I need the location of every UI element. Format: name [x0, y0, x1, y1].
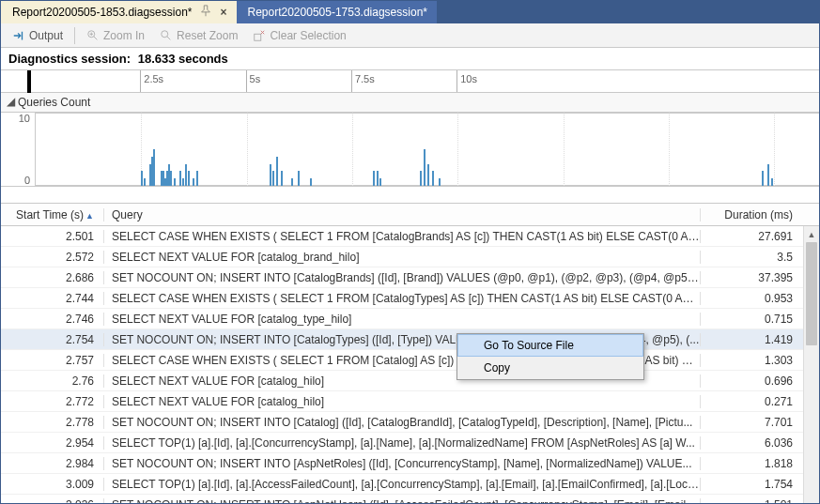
cell-start: 2.757: [1, 354, 104, 367]
collapse-icon[interactable]: ◢: [7, 95, 15, 108]
cell-duration: 1.419: [701, 333, 819, 346]
close-icon[interactable]: ×: [220, 6, 226, 19]
timeline-ruler[interactable]: 2.5s5s7.5s10s: [1, 70, 819, 93]
cell-start: 3.036: [1, 498, 104, 505]
table-body: ▲ ▼ 2.501SELECT CASE WHEN EXISTS ( SELEC…: [1, 226, 819, 504]
svg-rect-2: [255, 34, 261, 40]
output-label: Output: [29, 29, 63, 42]
chart-title-row[interactable]: ◢Queries Count: [1, 93, 819, 113]
y-axis: 10 0: [1, 113, 35, 186]
zoom-in-icon: [86, 29, 100, 42]
chart-bar: [174, 178, 176, 186]
col-header-duration[interactable]: Duration (ms): [701, 208, 819, 221]
table-row[interactable]: 2.744SELECT CASE WHEN EXISTS ( SELECT 1 …: [1, 288, 819, 309]
cell-start: 2.954: [1, 436, 104, 450]
chart-bar: [427, 164, 429, 186]
cell-start: 2.501: [1, 230, 104, 243]
chart-bar: [196, 171, 198, 186]
cell-query: SET NOCOUNT ON; INSERT INTO [AspNetRoles…: [104, 457, 701, 470]
cell-duration: 0.271: [701, 395, 819, 408]
menu-copy[interactable]: Copy: [457, 357, 643, 379]
scroll-track[interactable]: [804, 242, 819, 501]
table-row[interactable]: 2.686SET NOCOUNT ON; INSERT INTO [Catalo…: [1, 267, 819, 288]
cell-start: 2.772: [1, 395, 104, 408]
cell-duration: 6.036: [701, 436, 819, 450]
session-value: 18.633 seconds: [138, 52, 228, 66]
clear-selection-label: Clear Selection: [270, 29, 346, 42]
clear-selection-icon: [253, 29, 266, 42]
cell-query: SELECT TOP(1) [a].[Id], [a].[AccessFaile…: [104, 478, 701, 491]
toolbar-separator: [74, 27, 75, 44]
chart-bar: [373, 171, 375, 186]
cell-query: SET NOCOUNT ON; INSERT INTO [CatalogBran…: [104, 271, 701, 284]
menu-goto-source[interactable]: Go To Source File: [457, 334, 643, 357]
table-row[interactable]: 2.754SET NOCOUNT ON; INSERT INTO [Catalo…: [1, 329, 819, 350]
table-row[interactable]: 2.778SET NOCOUNT ON; INSERT INTO [Catalo…: [1, 412, 819, 433]
table-header: Start Time (s)▲ Query Duration (ms): [1, 204, 819, 226]
cell-duration: 1.303: [701, 354, 819, 367]
scroll-up-icon[interactable]: ▲: [804, 226, 819, 242]
chart-bar: [420, 171, 422, 186]
toolbar: Output Zoom In Reset Zoom Clear Selectio…: [1, 23, 819, 48]
col-header-query[interactable]: Query: [104, 208, 701, 221]
chart-bar: [432, 171, 434, 186]
chart-bar: [153, 149, 155, 186]
cell-start: 2.754: [1, 333, 104, 346]
chart-plot[interactable]: [35, 113, 819, 186]
output-button[interactable]: Output: [7, 27, 69, 44]
chart-bar: [272, 171, 274, 186]
chart-bar: [762, 171, 764, 186]
cell-start: 2.686: [1, 271, 104, 284]
spacer: [1, 187, 819, 204]
cell-start: 2.76: [1, 374, 104, 388]
clear-selection-button[interactable]: Clear Selection: [247, 27, 351, 44]
cell-start: 2.984: [1, 457, 104, 470]
reset-zoom-button[interactable]: Reset Zoom: [154, 27, 243, 44]
ruler-tick: 7.5s: [351, 70, 375, 92]
cell-duration: 3.5: [701, 251, 819, 264]
scroll-thumb[interactable]: [806, 242, 817, 345]
table-row[interactable]: 3.009SELECT TOP(1) [a].[Id], [a].[Access…: [1, 474, 819, 495]
table-row[interactable]: 2.984SET NOCOUNT ON; INSERT INTO [AspNet…: [1, 453, 819, 474]
table-row[interactable]: 2.501SELECT CASE WHEN EXISTS ( SELECT 1 …: [1, 226, 819, 247]
vertical-scrollbar[interactable]: ▲ ▼: [803, 226, 819, 504]
chart-bar: [291, 178, 293, 186]
tab-inactive-label: Report20200505-1753.diagsession*: [248, 6, 427, 19]
table-row[interactable]: 2.772SELECT NEXT VALUE FOR [catalog_hilo…: [1, 391, 819, 412]
cell-duration: 27.691: [701, 230, 819, 243]
cell-query: SELECT CASE WHEN EXISTS ( SELECT 1 FROM …: [104, 230, 701, 243]
table-row[interactable]: 2.757SELECT CASE WHEN EXISTS ( SELECT 1 …: [1, 350, 819, 371]
ruler-tick: 5s: [246, 70, 261, 92]
table-row[interactable]: 2.746SELECT NEXT VALUE FOR [catalog_type…: [1, 309, 819, 329]
pin-icon[interactable]: [199, 5, 212, 21]
cell-query: SELECT NEXT VALUE FOR [catalog_hilo]: [104, 395, 701, 408]
chart-bar: [144, 178, 146, 186]
cell-duration: 7.701: [701, 416, 819, 429]
cell-duration: 0.715: [701, 313, 819, 326]
zoom-in-button[interactable]: Zoom In: [81, 27, 150, 44]
chart-title: Queries Count: [18, 96, 90, 109]
chart-bar: [424, 149, 425, 186]
chart-bar: [188, 171, 190, 186]
table-row[interactable]: 3.036SET NOCOUNT ON; INSERT INTO [AspNet…: [1, 495, 819, 504]
cell-query: SET NOCOUNT ON; INSERT INTO [AspNetUsers…: [104, 498, 701, 505]
cell-start: 2.778: [1, 416, 104, 429]
table-row[interactable]: 2.572SELECT NEXT VALUE FOR [catalog_bran…: [1, 247, 819, 267]
cell-duration: 37.395: [701, 271, 819, 284]
chart-bar: [379, 178, 381, 186]
col-header-start[interactable]: Start Time (s)▲: [1, 208, 104, 221]
y-tick-bottom: 0: [24, 175, 30, 186]
chart-bar: [439, 178, 441, 186]
reset-zoom-label: Reset Zoom: [177, 29, 238, 42]
tab-inactive[interactable]: Report20200505-1753.diagsession*: [237, 1, 437, 23]
chart-body[interactable]: 10 0: [1, 113, 819, 186]
table-row[interactable]: 2.954SELECT TOP(1) [a].[Id], [a].[Concur…: [1, 433, 819, 453]
cell-duration: 1.501: [701, 498, 819, 505]
cell-query: SELECT NEXT VALUE FOR [catalog_type_hilo…: [104, 313, 701, 326]
chart-bar: [179, 171, 181, 186]
chart-bar: [771, 178, 773, 186]
ruler-tick: 2.5s: [140, 70, 163, 92]
tab-active[interactable]: Report20200505-1853.diagsession* ×: [1, 1, 237, 23]
table-row[interactable]: 2.76SELECT NEXT VALUE FOR [catalog_hilo]…: [1, 371, 819, 391]
session-header: Diagnostics session: 18.633 seconds: [1, 48, 819, 70]
